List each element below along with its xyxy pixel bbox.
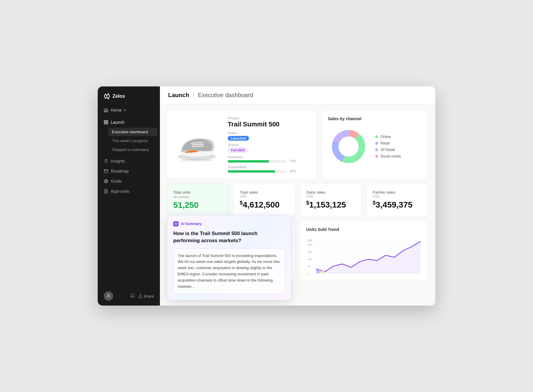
ai-answer-text: The launch of Trail Summit 500 is exceed… bbox=[178, 253, 280, 289]
svg-rect-0 bbox=[104, 121, 106, 122]
sidebar-item-roadmap[interactable]: Roadmap bbox=[98, 166, 160, 176]
legend-item-online: Online bbox=[375, 135, 401, 139]
svg-point-13 bbox=[107, 294, 109, 296]
svg-point-9 bbox=[106, 181, 106, 181]
line-chart-svg: 0 20 40k 60k 80k 100k bbox=[306, 237, 422, 278]
ai-summary-header: ✦ AI Summary bbox=[173, 221, 285, 226]
sidebar-item-goals[interactable]: Goals bbox=[98, 176, 160, 186]
donut-chart bbox=[328, 126, 369, 167]
stat-card-total-units: Total units All markets 51,250 bbox=[167, 184, 229, 216]
season-badge: Fall 2024 bbox=[228, 147, 248, 153]
sustainability-label: Sustainability bbox=[228, 165, 311, 169]
sustainability-progress-bar bbox=[228, 170, 287, 173]
legend-dot-retail bbox=[375, 142, 378, 145]
svg-rect-61 bbox=[321, 271, 324, 273]
goals-label: Goals bbox=[111, 179, 122, 184]
sidebar-bottom: Share bbox=[98, 286, 160, 306]
lightbulb-icon bbox=[104, 159, 108, 163]
legend-item-retail: Retail bbox=[375, 141, 401, 145]
legend-label-retail: Retail bbox=[381, 141, 390, 145]
innovation-pct: 70% bbox=[290, 159, 296, 163]
sidebar-item-weekly-progress[interactable]: This week's progress bbox=[108, 136, 158, 145]
sustainability-progress-row: 80% bbox=[228, 169, 311, 173]
app-logo: Zelos bbox=[98, 86, 160, 105]
stat-card-zelos-sales: Zelos sales USD $1,153,125 bbox=[300, 184, 362, 216]
app-window: Zelos Home ▾ Launch Executive dashboard … bbox=[98, 86, 435, 306]
stat-card-partner-sales: Partner sales USD $3,459,375 bbox=[367, 184, 428, 216]
sidebar-item-approvals[interactable]: Approvals bbox=[98, 186, 160, 196]
innovation-progress-row: 70% bbox=[228, 159, 311, 163]
product-label: Product bbox=[228, 116, 311, 120]
stat-value-total-sales: $4,612,500 bbox=[240, 200, 289, 210]
legend-item-3p-retail: 3P Retail bbox=[375, 148, 401, 152]
sidebar-item-insights[interactable]: Insights bbox=[98, 156, 160, 166]
app-name: Zelos bbox=[113, 94, 125, 99]
innovation-progress-bar bbox=[228, 160, 287, 163]
sneaker-image bbox=[173, 127, 221, 163]
legend-dot-online bbox=[375, 135, 378, 138]
notifications-icon[interactable] bbox=[130, 293, 135, 299]
sidebar-item-launch[interactable]: Launch bbox=[98, 117, 160, 127]
sidebar-section-launch: Launch Executive dashboard This week's p… bbox=[98, 115, 160, 156]
stat-value-zelos-sales: $1,153,125 bbox=[306, 200, 356, 210]
share-button[interactable]: Share bbox=[138, 294, 154, 298]
approvals-label: Approvals bbox=[111, 189, 129, 194]
sustainability-pct: 80% bbox=[290, 169, 296, 173]
stat-usd-zelos-sales: USD bbox=[306, 195, 356, 198]
legend-label-3p-retail: 3P Retail bbox=[381, 148, 395, 152]
sidebar-item-shipped-vs-estimated[interactable]: Shipped vs estimated bbox=[108, 145, 158, 154]
sidebar-home[interactable]: Home ▾ bbox=[98, 105, 160, 115]
svg-rect-2 bbox=[104, 123, 106, 124]
ai-icon: ✦ bbox=[173, 221, 179, 226]
innovation-label: Innovation bbox=[228, 155, 311, 159]
svg-rect-4 bbox=[104, 170, 108, 173]
ai-summary-popup: ✦ AI Summary How is the Trail Summit 500… bbox=[167, 215, 291, 300]
svg-point-18 bbox=[181, 159, 213, 162]
goals-icon bbox=[104, 179, 108, 184]
ai-answer-box: The launch of Trail Summit 500 is exceed… bbox=[173, 248, 285, 294]
share-label: Share bbox=[144, 294, 154, 298]
stat-label-partner-sales: Partner sales bbox=[373, 190, 422, 195]
status-badge: Launched bbox=[228, 136, 249, 141]
topbar: Launch / Executive dashboard bbox=[160, 86, 435, 104]
insights-label: Insights bbox=[111, 159, 125, 163]
stat-usd-partner-sales: USD bbox=[373, 195, 422, 198]
sidebar-item-executive-dashboard[interactable]: Executive dashboard bbox=[108, 128, 158, 136]
channel-chart-title: Sales by channel bbox=[328, 116, 422, 121]
svg-text:60k: 60k bbox=[308, 250, 312, 253]
user-icon bbox=[106, 293, 111, 299]
avatar[interactable] bbox=[104, 291, 113, 301]
breadcrumb-separator: / bbox=[193, 92, 194, 98]
home-icon bbox=[104, 108, 108, 113]
breadcrumb-current: Executive dashboard bbox=[198, 92, 253, 99]
sidebar: Zelos Home ▾ Launch Executive dashboard … bbox=[98, 86, 160, 306]
svg-rect-60 bbox=[316, 270, 320, 273]
status-label: Status bbox=[228, 131, 311, 135]
line-chart-title: Units Sold Trend bbox=[306, 227, 422, 232]
charts-row: ✦ AI Summary How is the Trail Summit 500… bbox=[167, 221, 428, 280]
roadmap-icon bbox=[104, 169, 108, 173]
stat-value-partner-sales: $3,459,375 bbox=[373, 200, 422, 210]
top-row: Product Trail Summit 500 Status Launched… bbox=[167, 110, 428, 179]
line-chart-card: Units Sold Trend 0 20 40k 60k 80k 100k bbox=[300, 221, 428, 280]
donut-container: Online Retail 3P Retail bbox=[328, 126, 422, 167]
sidebar-bottom-actions: Share bbox=[130, 293, 154, 299]
product-name: Trail Summit 500 bbox=[228, 121, 311, 128]
logo-icon bbox=[104, 93, 110, 99]
season-label: Season bbox=[228, 143, 311, 147]
stat-label-total-sales: Total sales bbox=[240, 190, 289, 195]
line-chart-area: 0 20 40k 60k 80k 100k bbox=[306, 237, 422, 278]
svg-text:80k: 80k bbox=[308, 243, 312, 246]
stats-row: Total units All markets 51,250 Total sal… bbox=[167, 184, 428, 216]
breadcrumb-parent: Launch bbox=[168, 92, 189, 99]
svg-text:0: 0 bbox=[308, 272, 309, 275]
svg-text:100k: 100k bbox=[307, 239, 313, 242]
stat-label-total-units: Total units bbox=[173, 190, 223, 195]
stat-sublabel-total-units: All markets bbox=[173, 195, 223, 199]
svg-text:40k: 40k bbox=[308, 258, 312, 261]
stat-value-total-units: 51,250 bbox=[173, 200, 223, 210]
stat-usd-total-sales: USD bbox=[240, 195, 289, 198]
chevron-down-icon: ▾ bbox=[124, 108, 126, 112]
legend-label-online: Online bbox=[381, 135, 391, 139]
legend-label-social: Social media bbox=[381, 154, 401, 158]
